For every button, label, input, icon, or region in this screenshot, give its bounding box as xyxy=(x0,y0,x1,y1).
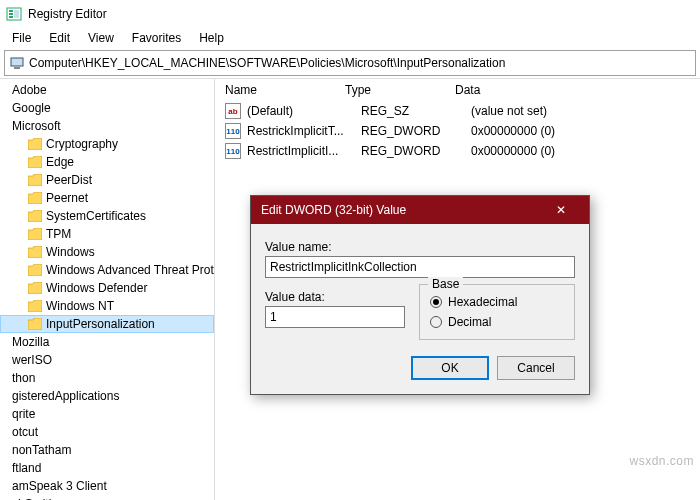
dialog-titlebar[interactable]: Edit DWORD (32-bit) Value ✕ xyxy=(251,196,589,224)
value-type: REG_DWORD xyxy=(361,124,471,138)
value-name-input[interactable] xyxy=(265,256,575,278)
tree-subkey[interactable]: Edge xyxy=(0,153,214,171)
close-icon: ✕ xyxy=(556,203,566,217)
tree-key[interactable]: amSpeak 3 Client xyxy=(0,477,214,495)
address-bar[interactable]: Computer\HKEY_LOCAL_MACHINE\SOFTWARE\Pol… xyxy=(4,50,696,76)
tree-label: Windows xyxy=(46,245,95,259)
tree-subkey[interactable]: Peernet xyxy=(0,189,214,207)
value-name: RestrickImplicitT... xyxy=(247,124,361,138)
tree-key[interactable]: thon xyxy=(0,369,214,387)
tree-subkey[interactable]: TPM xyxy=(0,225,214,243)
svg-rect-3 xyxy=(9,16,13,18)
binary-value-icon: 110 xyxy=(225,123,241,139)
tree-label: werISO xyxy=(12,353,52,367)
tree-label: Edge xyxy=(46,155,74,169)
menu-help[interactable]: Help xyxy=(191,29,232,47)
tree-label: Peernet xyxy=(46,191,88,205)
value-data: 0x00000000 (0) xyxy=(471,124,700,138)
tree-subkey[interactable]: PeerDist xyxy=(0,171,214,189)
tree-subkey[interactable]: SystemCertificates xyxy=(0,207,214,225)
window-titlebar: Registry Editor xyxy=(0,0,700,28)
tree-key[interactable]: nonTatham xyxy=(0,441,214,459)
tree-subkey[interactable]: Cryptography xyxy=(0,135,214,153)
value-type: REG_SZ xyxy=(361,104,471,118)
tree-label: amSpeak 3 Client xyxy=(12,479,107,493)
tree-label: Google xyxy=(12,101,51,115)
menu-edit[interactable]: Edit xyxy=(41,29,78,47)
header-data[interactable]: Data xyxy=(455,83,700,97)
tree-label: TPM xyxy=(46,227,71,241)
dialog-title: Edit DWORD (32-bit) Value xyxy=(261,203,406,217)
tree-label: Windows Advanced Threat Protect xyxy=(46,263,215,277)
binary-value-icon: 110 xyxy=(225,143,241,159)
edit-dword-dialog: Edit DWORD (32-bit) Value ✕ Value name: … xyxy=(250,195,590,395)
tree-key[interactable]: qrite xyxy=(0,405,214,423)
tree-key[interactable]: chSmith xyxy=(0,495,214,500)
tree-subkey[interactable]: InputPersonalization xyxy=(0,315,214,333)
address-text: Computer\HKEY_LOCAL_MACHINE\SOFTWARE\Pol… xyxy=(29,56,691,70)
ok-button[interactable]: OK xyxy=(411,356,489,380)
menu-view[interactable]: View xyxy=(80,29,122,47)
tree-label: ftland xyxy=(12,461,41,475)
value-data: (value not set) xyxy=(471,104,700,118)
radio-hex[interactable] xyxy=(430,296,442,308)
radio-dec-row[interactable]: Decimal xyxy=(430,315,564,329)
tree-label: otcut xyxy=(12,425,38,439)
tree-key[interactable]: ftland xyxy=(0,459,214,477)
tree-key[interactable]: werISO xyxy=(0,351,214,369)
svg-rect-5 xyxy=(11,58,23,66)
tree-key[interactable]: Mozilla xyxy=(0,333,214,351)
tree-label: Mozilla xyxy=(12,335,49,349)
tree-label: qrite xyxy=(12,407,35,421)
tree-subkey[interactable]: Windows xyxy=(0,243,214,261)
window-title: Registry Editor xyxy=(28,7,107,21)
computer-icon xyxy=(9,55,25,71)
value-type: REG_DWORD xyxy=(361,144,471,158)
tree-subkey[interactable]: Windows Defender xyxy=(0,279,214,297)
list-header: Name Type Data xyxy=(215,79,700,101)
radio-dec-label: Decimal xyxy=(448,315,491,329)
tree-subkey[interactable]: Windows NT xyxy=(0,297,214,315)
tree-label: Adobe xyxy=(12,83,47,97)
tree-label: gisteredApplications xyxy=(12,389,119,403)
menu-bar: File Edit View Favorites Help xyxy=(0,28,700,48)
value-data-input[interactable] xyxy=(265,306,405,328)
value-row[interactable]: 110RestrickImplicitT...REG_DWORD0x000000… xyxy=(215,121,700,141)
value-row[interactable]: 110RestrictImplicitI...REG_DWORD0x000000… xyxy=(215,141,700,161)
tree-label: thon xyxy=(12,371,35,385)
tree-key[interactable]: gisteredApplications xyxy=(0,387,214,405)
svg-rect-6 xyxy=(14,67,20,69)
tree-label: nonTatham xyxy=(12,443,71,457)
svg-rect-1 xyxy=(9,10,13,12)
cancel-button[interactable]: Cancel xyxy=(497,356,575,380)
tree-label: Microsoft xyxy=(12,119,61,133)
radio-dec[interactable] xyxy=(430,316,442,328)
dialog-close-button[interactable]: ✕ xyxy=(543,196,579,224)
header-type[interactable]: Type xyxy=(345,83,455,97)
value-name: RestrictImplicitI... xyxy=(247,144,361,158)
base-legend: Base xyxy=(428,277,463,291)
tree-label: PeerDist xyxy=(46,173,92,187)
tree-key[interactable]: Google xyxy=(0,99,214,117)
value-data-label: Value data: xyxy=(265,290,405,304)
value-name-label: Value name: xyxy=(265,240,575,254)
svg-rect-2 xyxy=(9,13,13,15)
svg-rect-4 xyxy=(14,10,19,18)
tree-key[interactable]: Adobe xyxy=(0,81,214,99)
radio-hex-row[interactable]: Hexadecimal xyxy=(430,295,564,309)
tree-key[interactable]: Microsoft xyxy=(0,117,214,135)
menu-file[interactable]: File xyxy=(4,29,39,47)
tree-label: Windows NT xyxy=(46,299,114,313)
tree-label: Cryptography xyxy=(46,137,118,151)
value-name: (Default) xyxy=(247,104,361,118)
tree-subkey[interactable]: Windows Advanced Threat Protect xyxy=(0,261,214,279)
tree-label: Windows Defender xyxy=(46,281,147,295)
value-row[interactable]: ab(Default)REG_SZ(value not set) xyxy=(215,101,700,121)
value-data: 0x00000000 (0) xyxy=(471,144,700,158)
tree-key[interactable]: otcut xyxy=(0,423,214,441)
header-name[interactable]: Name xyxy=(225,83,345,97)
tree-label: InputPersonalization xyxy=(46,317,155,331)
menu-favorites[interactable]: Favorites xyxy=(124,29,189,47)
registry-tree[interactable]: AdobeGoogleMicrosoftCryptographyEdgePeer… xyxy=(0,79,215,500)
base-groupbox: Base Hexadecimal Decimal xyxy=(419,284,575,340)
